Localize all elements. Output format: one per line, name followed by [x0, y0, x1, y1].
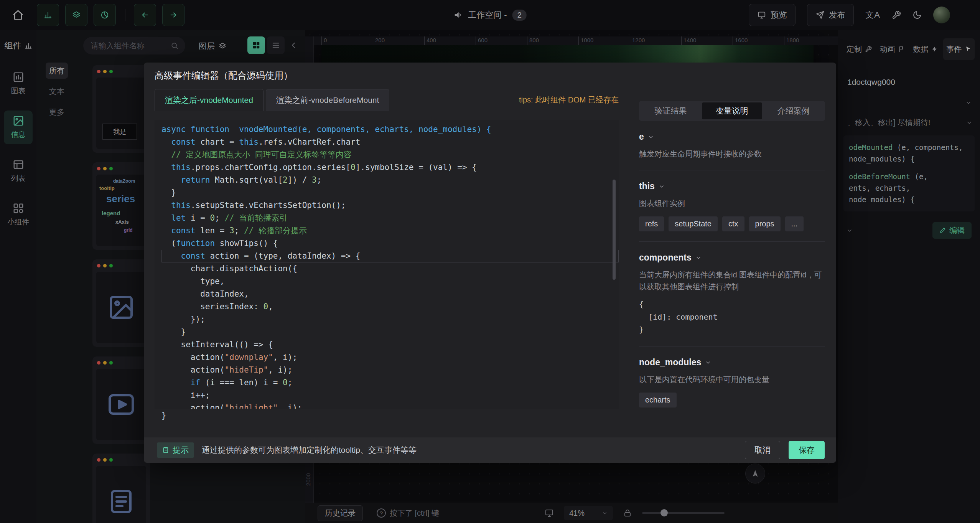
doc-section-components: components当前大屏内所有组件的集合id 图表组件中的配置id，可以获取… — [639, 252, 825, 346]
code-line: type, — [161, 275, 619, 288]
code-line: (function showTips() { — [161, 237, 619, 250]
cancel-button[interactable]: 取消 — [745, 441, 780, 459]
doc-divider — [639, 170, 825, 170]
save-button[interactable]: 保存 — [789, 441, 825, 459]
app-root: 工作空间 - 2 预览 发布 文A 组件 图表信息列表小组件 — [0, 0, 980, 523]
doc-section-e: e触发对应生命周期事件时接收的参数 — [639, 132, 825, 170]
code-line: const chart = this.refs.vChartRef.chart — [161, 136, 619, 148]
docs-panel: 验证结果变量说明介绍案例 e触发对应生命周期事件时接收的参数this图表组件实例… — [639, 101, 825, 442]
modal-actions: 取消 保存 — [745, 441, 825, 459]
code-line: if (i === len) i = 0; — [161, 376, 619, 389]
tip-text: 通过提供的参数可为图表增加定制化的tooltip、交互事件等等 — [202, 445, 417, 455]
code-line: }); — [161, 313, 619, 326]
code-line: action("highlight", i); — [161, 402, 619, 409]
code-line: this.setupState.vEchartsSetOption(); — [161, 199, 619, 212]
param-chip: refs — [639, 216, 664, 231]
docs-tabs: 验证结果变量说明介绍案例 — [639, 101, 825, 121]
code-line: const len = 3; // 轮播部分提示 — [161, 224, 619, 237]
docs-tab[interactable]: 验证结果 — [641, 102, 701, 119]
modal-tabs: 渲染之后-vnodeMounted渲染之前-vnodeBeforeMount t… — [155, 89, 619, 111]
code-line: this.props.chartConfig.option.series[0].… — [161, 161, 619, 174]
chevron-down-icon — [659, 183, 665, 190]
doc-divider — [639, 346, 825, 346]
modal-tab[interactable]: 渲染之前-vnodeBeforeMount — [266, 89, 389, 111]
doc-section-header[interactable]: e — [639, 132, 825, 142]
advanced-event-editor-modal: 高级事件编辑器（配合源码使用） 渲染之后-vnodeMounted渲染之前-vn… — [144, 63, 836, 463]
code-line: i++; — [161, 389, 619, 402]
code-line: action("downplay", i); — [161, 351, 619, 364]
modal-tip: tips: 此时组件 DOM 已经存在 — [519, 89, 619, 111]
code-line: setInterval(() => { — [161, 338, 619, 351]
chevron-down-icon — [695, 255, 702, 261]
param-chip-row: echarts — [639, 393, 825, 408]
doc-section-header[interactable]: this — [639, 181, 825, 191]
doc-divider — [639, 241, 825, 242]
code-line: let i = 0; // 当前轮播索引 — [161, 212, 619, 224]
code-editor[interactable]: async function vnodeMounted(e, component… — [155, 120, 619, 409]
docs-tab[interactable]: 介绍案例 — [763, 102, 824, 119]
chevron-down-icon — [648, 134, 654, 140]
code-line: action("hideTip", i); — [161, 364, 619, 376]
chevron-down-icon — [705, 360, 711, 366]
code-line: // 定义地图原点大小 同理可自定义标签等等内容 — [161, 148, 619, 161]
code-line: async function vnodeMounted(e, component… — [161, 123, 619, 136]
doc-section-header[interactable]: components — [639, 252, 825, 263]
code-line: const action = (type, dataIndex) => { — [161, 250, 619, 262]
code-closing-brace: } — [161, 411, 166, 420]
param-chip: props — [749, 216, 781, 231]
modal-footer: 提示 通过提供的参数可为图表增加定制化的tooltip、交互事件等等 取消 保存 — [144, 437, 836, 463]
tip-badge-label: 提示 — [173, 445, 189, 455]
code-line: chart.dispatchAction({ — [161, 262, 619, 275]
code-line: seriesIndex: 0, — [161, 300, 619, 313]
doc-section-desc: 图表组件实例 — [639, 198, 825, 210]
code-line: } — [161, 326, 619, 338]
code-line: } — [161, 186, 619, 199]
param-chip: setupState — [669, 216, 718, 231]
modal-title: 高级事件编辑器（配合源码使用） — [155, 69, 293, 82]
editor-scrollbar[interactable] — [613, 180, 616, 280]
docs-sections: e触发对应生命周期事件时接收的参数this图表组件实例refssetupStat… — [639, 132, 825, 408]
tip-badge: 提示 — [157, 442, 194, 458]
file-icon — [162, 447, 169, 454]
param-chip: ctx — [722, 216, 744, 231]
modal-tab[interactable]: 渲染之后-vnodeMounted — [155, 89, 264, 111]
code-line: dataIndex, — [161, 288, 619, 300]
docs-tab[interactable]: 变量说明 — [702, 102, 762, 119]
param-chip: echarts — [639, 393, 677, 408]
doc-section-header[interactable]: node_modules — [639, 357, 825, 368]
doc-section-desc: 以下是内置在代码环境中可用的包变量 — [639, 374, 825, 386]
doc-section-desc: 触发对应生命周期事件时接收的参数 — [639, 148, 825, 160]
doc-code-block: { [id]: component } — [639, 298, 825, 336]
param-chip-row: refssetupStatectxprops... — [639, 216, 825, 231]
param-chip: ... — [785, 216, 804, 231]
doc-section-node_modules: node_modules以下是内置在代码环境中可用的包变量echarts — [639, 357, 825, 408]
code-line: return Math.sqrt(val[2]) / 3; — [161, 174, 619, 186]
doc-section-this: this图表组件实例refssetupStatectxprops... — [639, 181, 825, 242]
doc-section-desc: 当前大屏内所有组件的集合id 图表组件中的配置id，可以获取其他图表组件进行控制 — [639, 269, 825, 293]
